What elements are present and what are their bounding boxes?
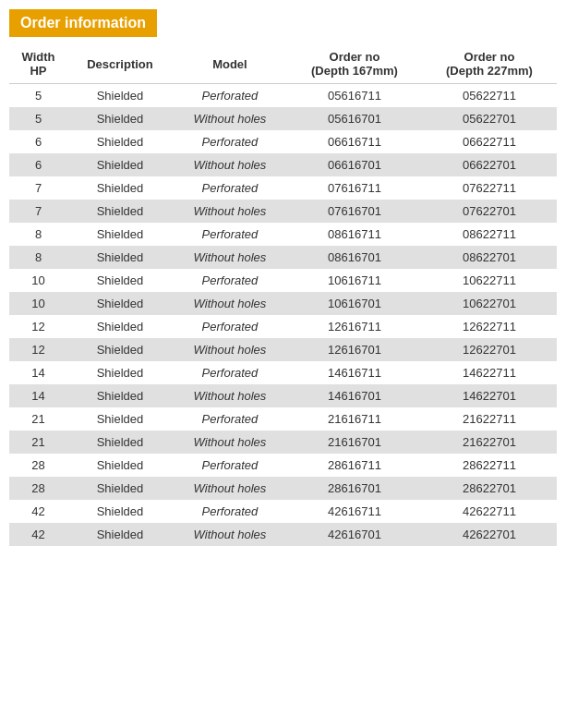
cell-order167: 42616701 bbox=[287, 523, 422, 546]
cell-width: 42 bbox=[9, 500, 67, 523]
cell-order167: 08616701 bbox=[287, 246, 422, 269]
cell-order227: 05622711 bbox=[422, 84, 557, 108]
cell-order167: 21616711 bbox=[287, 407, 422, 431]
cell-description: Shielded bbox=[67, 200, 173, 223]
cell-model: Perforated bbox=[173, 223, 287, 246]
cell-order227: 08622711 bbox=[422, 223, 557, 246]
table-row: 42ShieldedWithout holes4261670142622701 bbox=[9, 523, 557, 546]
cell-width: 12 bbox=[9, 315, 67, 338]
cell-order167: 42616711 bbox=[287, 500, 422, 523]
cell-model: Without holes bbox=[173, 431, 287, 454]
cell-description: Shielded bbox=[67, 84, 173, 108]
cell-order227: 06622701 bbox=[422, 153, 557, 176]
cell-model: Without holes bbox=[173, 200, 287, 223]
cell-model: Without holes bbox=[173, 153, 287, 176]
table-row: 7ShieldedPerforated0761671107622711 bbox=[9, 176, 557, 200]
cell-model: Perforated bbox=[173, 407, 287, 431]
cell-width: 28 bbox=[9, 477, 67, 500]
cell-order167: 06616701 bbox=[287, 153, 422, 176]
cell-order167: 14616701 bbox=[287, 384, 422, 407]
cell-model: Perforated bbox=[173, 361, 287, 384]
cell-model: Perforated bbox=[173, 269, 287, 292]
table-row: 5ShieldedPerforated0561671105622711 bbox=[9, 84, 557, 108]
cell-width: 14 bbox=[9, 384, 67, 407]
cell-order227: 12622701 bbox=[422, 338, 557, 361]
cell-model: Perforated bbox=[173, 130, 287, 153]
cell-order167: 28616701 bbox=[287, 477, 422, 500]
cell-description: Shielded bbox=[67, 407, 173, 431]
cell-model: Without holes bbox=[173, 384, 287, 407]
table-row: 5ShieldedWithout holes0561670105622701 bbox=[9, 107, 557, 130]
cell-order227: 14622711 bbox=[422, 361, 557, 384]
table-row: 21ShieldedWithout holes2161670121622701 bbox=[9, 431, 557, 454]
cell-order167: 08616711 bbox=[287, 223, 422, 246]
cell-width: 42 bbox=[9, 523, 67, 546]
cell-model: Without holes bbox=[173, 523, 287, 546]
cell-order167: 07616711 bbox=[287, 176, 422, 200]
table-row: 28ShieldedWithout holes2861670128622701 bbox=[9, 477, 557, 500]
col-header-description: Description bbox=[67, 44, 173, 84]
cell-order227: 21622711 bbox=[422, 407, 557, 431]
table-row: 10ShieldedWithout holes1061670110622701 bbox=[9, 292, 557, 315]
cell-model: Without holes bbox=[173, 292, 287, 315]
cell-width: 21 bbox=[9, 407, 67, 431]
cell-width: 7 bbox=[9, 200, 67, 223]
table-row: 12ShieldedPerforated1261671112622711 bbox=[9, 315, 557, 338]
order-table: WidthHP Description Model Order no(Depth… bbox=[9, 44, 557, 546]
cell-description: Shielded bbox=[67, 523, 173, 546]
cell-description: Shielded bbox=[67, 361, 173, 384]
cell-order167: 12616701 bbox=[287, 338, 422, 361]
page-title: Order information bbox=[20, 15, 146, 30]
cell-model: Perforated bbox=[173, 315, 287, 338]
cell-order167: 06616711 bbox=[287, 130, 422, 153]
cell-width: 6 bbox=[9, 153, 67, 176]
cell-width: 8 bbox=[9, 223, 67, 246]
cell-model: Perforated bbox=[173, 84, 287, 108]
cell-order167: 05616701 bbox=[287, 107, 422, 130]
cell-description: Shielded bbox=[67, 315, 173, 338]
cell-width: 5 bbox=[9, 107, 67, 130]
cell-order227: 10622711 bbox=[422, 269, 557, 292]
col-header-model: Model bbox=[173, 44, 287, 84]
cell-order227: 05622701 bbox=[422, 107, 557, 130]
cell-description: Shielded bbox=[67, 292, 173, 315]
cell-description: Shielded bbox=[67, 384, 173, 407]
cell-order227: 06622711 bbox=[422, 130, 557, 153]
table-row: 12ShieldedWithout holes1261670112622701 bbox=[9, 338, 557, 361]
cell-model: Without holes bbox=[173, 246, 287, 269]
cell-description: Shielded bbox=[67, 431, 173, 454]
table-row: 14ShieldedWithout holes1461670114622701 bbox=[9, 384, 557, 407]
cell-width: 6 bbox=[9, 130, 67, 153]
col-header-order227: Order no(Depth 227mm) bbox=[422, 44, 557, 84]
table-row: 8ShieldedWithout holes0861670108622701 bbox=[9, 246, 557, 269]
cell-order227: 08622701 bbox=[422, 246, 557, 269]
table-row: 10ShieldedPerforated1061671110622711 bbox=[9, 269, 557, 292]
cell-width: 28 bbox=[9, 454, 67, 477]
cell-order167: 28616711 bbox=[287, 454, 422, 477]
cell-order227: 14622701 bbox=[422, 384, 557, 407]
cell-order167: 10616711 bbox=[287, 269, 422, 292]
cell-width: 7 bbox=[9, 176, 67, 200]
cell-model: Perforated bbox=[173, 176, 287, 200]
cell-order227: 07622701 bbox=[422, 200, 557, 223]
cell-width: 8 bbox=[9, 246, 67, 269]
cell-description: Shielded bbox=[67, 130, 173, 153]
cell-description: Shielded bbox=[67, 223, 173, 246]
cell-order167: 14616711 bbox=[287, 361, 422, 384]
cell-model: Without holes bbox=[173, 477, 287, 500]
cell-order227: 42622701 bbox=[422, 523, 557, 546]
cell-order227: 10622701 bbox=[422, 292, 557, 315]
cell-order167: 05616711 bbox=[287, 84, 422, 108]
table-row: 14ShieldedPerforated1461671114622711 bbox=[9, 361, 557, 384]
title-bar: Order information bbox=[9, 9, 157, 37]
table-row: 6ShieldedWithout holes0661670106622701 bbox=[9, 153, 557, 176]
cell-width: 10 bbox=[9, 292, 67, 315]
table-row: 42ShieldedPerforated4261671142622711 bbox=[9, 500, 557, 523]
table-row: 28ShieldedPerforated2861671128622711 bbox=[9, 454, 557, 477]
table-row: 21ShieldedPerforated2161671121622711 bbox=[9, 407, 557, 431]
cell-width: 21 bbox=[9, 431, 67, 454]
cell-width: 10 bbox=[9, 269, 67, 292]
cell-order167: 12616711 bbox=[287, 315, 422, 338]
cell-description: Shielded bbox=[67, 153, 173, 176]
cell-model: Without holes bbox=[173, 107, 287, 130]
